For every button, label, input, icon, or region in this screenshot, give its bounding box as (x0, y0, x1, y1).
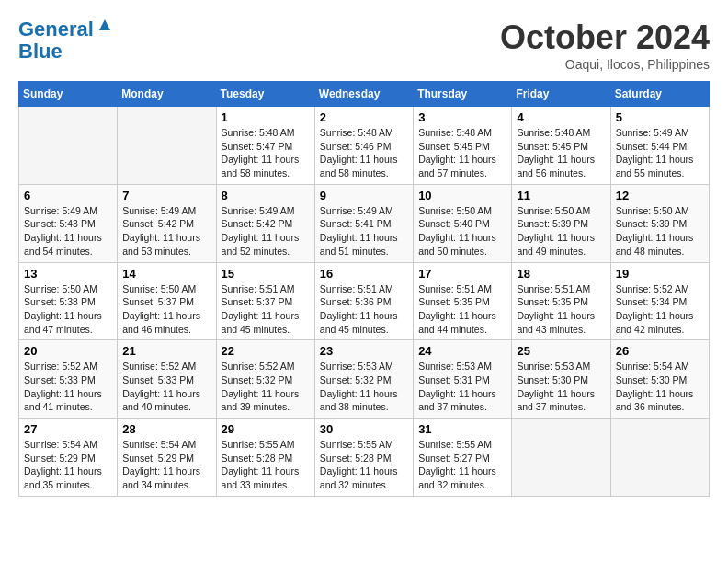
calendar-cell: 6Sunrise: 5:49 AM Sunset: 5:43 PM Daylig… (19, 184, 118, 262)
calendar-cell: 16Sunrise: 5:51 AM Sunset: 5:36 PM Dayli… (314, 262, 413, 340)
day-info: Sunrise: 5:55 AM Sunset: 5:28 PM Dayligh… (222, 438, 310, 492)
day-number: 4 (517, 110, 605, 124)
day-info: Sunrise: 5:54 AM Sunset: 5:30 PM Dayligh… (616, 360, 704, 414)
logo: General Blue (18, 18, 112, 63)
day-number: 1 (222, 110, 310, 124)
day-number: 22 (222, 344, 310, 358)
day-number: 29 (222, 422, 310, 436)
day-info: Sunrise: 5:53 AM Sunset: 5:32 PM Dayligh… (320, 360, 408, 414)
day-number: 10 (418, 189, 506, 202)
day-info: Sunrise: 5:50 AM Sunset: 5:38 PM Dayligh… (24, 282, 112, 337)
calendar-cell: 2Sunrise: 5:48 AM Sunset: 5:46 PM Daylig… (314, 107, 413, 185)
calendar-cell: 29Sunrise: 5:55 AM Sunset: 5:28 PM Dayli… (216, 419, 314, 497)
calendar-week-row: 13Sunrise: 5:50 AM Sunset: 5:38 PM Dayli… (19, 262, 710, 340)
day-number: 7 (122, 189, 210, 202)
calendar-cell (118, 107, 216, 185)
day-number: 12 (616, 189, 704, 202)
logo-text-blue: Blue (18, 40, 63, 63)
day-info: Sunrise: 5:48 AM Sunset: 5:45 PM Dayligh… (517, 126, 605, 180)
calendar-cell: 31Sunrise: 5:55 AM Sunset: 5:27 PM Dayli… (414, 419, 512, 497)
day-info: Sunrise: 5:54 AM Sunset: 5:29 PM Dayligh… (24, 438, 112, 492)
calendar-cell (19, 107, 118, 185)
calendar-cell: 25Sunrise: 5:53 AM Sunset: 5:30 PM Dayli… (512, 340, 610, 419)
day-info: Sunrise: 5:48 AM Sunset: 5:47 PM Dayligh… (222, 126, 310, 180)
calendar-cell: 9Sunrise: 5:49 AM Sunset: 5:41 PM Daylig… (314, 184, 413, 262)
day-number: 18 (517, 267, 605, 281)
calendar-cell: 1Sunrise: 5:48 AM Sunset: 5:47 PM Daylig… (216, 107, 314, 185)
day-info: Sunrise: 5:52 AM Sunset: 5:33 PM Dayligh… (24, 360, 112, 414)
day-info: Sunrise: 5:49 AM Sunset: 5:42 PM Dayligh… (222, 204, 310, 259)
calendar-cell: 13Sunrise: 5:50 AM Sunset: 5:38 PM Dayli… (19, 262, 118, 340)
day-info: Sunrise: 5:51 AM Sunset: 5:36 PM Dayligh… (320, 282, 408, 337)
day-number: 16 (320, 267, 408, 281)
calendar-week-row: 27Sunrise: 5:54 AM Sunset: 5:29 PM Dayli… (19, 419, 710, 497)
calendar-cell (512, 419, 610, 497)
calendar-cell: 15Sunrise: 5:51 AM Sunset: 5:37 PM Dayli… (216, 262, 314, 340)
day-info: Sunrise: 5:54 AM Sunset: 5:29 PM Dayligh… (122, 438, 210, 492)
calendar-week-row: 20Sunrise: 5:52 AM Sunset: 5:33 PM Dayli… (19, 340, 710, 419)
day-info: Sunrise: 5:50 AM Sunset: 5:39 PM Dayligh… (616, 204, 704, 259)
calendar-table: SundayMondayTuesdayWednesdayThursdayFrid… (18, 81, 710, 497)
weekday-header-monday: Monday (118, 82, 216, 107)
day-info: Sunrise: 5:50 AM Sunset: 5:40 PM Dayligh… (418, 204, 506, 259)
day-number: 6 (24, 189, 112, 202)
day-number: 14 (122, 267, 210, 281)
day-info: Sunrise: 5:48 AM Sunset: 5:46 PM Dayligh… (320, 126, 408, 180)
calendar-cell: 30Sunrise: 5:55 AM Sunset: 5:28 PM Dayli… (314, 419, 413, 497)
logo-bird-icon (96, 17, 112, 34)
day-info: Sunrise: 5:51 AM Sunset: 5:35 PM Dayligh… (418, 282, 506, 337)
day-info: Sunrise: 5:55 AM Sunset: 5:27 PM Dayligh… (418, 438, 506, 492)
day-info: Sunrise: 5:49 AM Sunset: 5:42 PM Dayligh… (122, 204, 210, 259)
calendar-cell: 7Sunrise: 5:49 AM Sunset: 5:42 PM Daylig… (118, 184, 216, 262)
calendar-cell: 19Sunrise: 5:52 AM Sunset: 5:34 PM Dayli… (610, 262, 709, 340)
calendar-cell: 17Sunrise: 5:51 AM Sunset: 5:35 PM Dayli… (414, 262, 512, 340)
calendar-cell: 26Sunrise: 5:54 AM Sunset: 5:30 PM Dayli… (610, 340, 709, 419)
calendar-cell: 12Sunrise: 5:50 AM Sunset: 5:39 PM Dayli… (610, 184, 709, 262)
day-number: 8 (222, 189, 310, 202)
weekday-header-wednesday: Wednesday (314, 82, 413, 107)
day-info: Sunrise: 5:52 AM Sunset: 5:34 PM Dayligh… (616, 282, 704, 337)
day-info: Sunrise: 5:52 AM Sunset: 5:32 PM Dayligh… (222, 360, 310, 414)
day-number: 30 (320, 422, 408, 436)
calendar-cell: 21Sunrise: 5:52 AM Sunset: 5:33 PM Dayli… (118, 340, 216, 419)
day-number: 28 (122, 422, 210, 436)
calendar-cell: 28Sunrise: 5:54 AM Sunset: 5:29 PM Dayli… (118, 419, 216, 497)
day-info: Sunrise: 5:52 AM Sunset: 5:33 PM Dayligh… (122, 360, 210, 414)
day-number: 19 (616, 267, 704, 281)
day-info: Sunrise: 5:53 AM Sunset: 5:30 PM Dayligh… (517, 360, 605, 414)
calendar-cell: 4Sunrise: 5:48 AM Sunset: 5:45 PM Daylig… (512, 107, 610, 185)
day-number: 21 (122, 344, 210, 358)
title-block: October 2024 Oaqui, Ilocos, Philippines (500, 18, 710, 72)
day-info: Sunrise: 5:48 AM Sunset: 5:45 PM Dayligh… (418, 126, 506, 180)
calendar-cell (610, 419, 709, 497)
day-number: 2 (320, 110, 408, 124)
day-info: Sunrise: 5:51 AM Sunset: 5:37 PM Dayligh… (222, 282, 310, 337)
day-info: Sunrise: 5:50 AM Sunset: 5:39 PM Dayligh… (517, 204, 605, 259)
day-number: 15 (222, 267, 310, 281)
calendar-cell: 10Sunrise: 5:50 AM Sunset: 5:40 PM Dayli… (414, 184, 512, 262)
day-number: 31 (418, 422, 506, 436)
calendar-week-row: 1Sunrise: 5:48 AM Sunset: 5:47 PM Daylig… (19, 107, 710, 185)
day-number: 13 (24, 267, 112, 281)
day-number: 27 (24, 422, 112, 436)
day-info: Sunrise: 5:49 AM Sunset: 5:43 PM Dayligh… (24, 204, 112, 259)
day-number: 9 (320, 189, 408, 202)
day-number: 23 (320, 344, 408, 358)
day-number: 3 (418, 110, 506, 124)
weekday-header-friday: Friday (512, 82, 610, 107)
day-info: Sunrise: 5:49 AM Sunset: 5:41 PM Dayligh… (320, 204, 408, 259)
calendar-cell: 18Sunrise: 5:51 AM Sunset: 5:35 PM Dayli… (512, 262, 610, 340)
calendar-cell: 11Sunrise: 5:50 AM Sunset: 5:39 PM Dayli… (512, 184, 610, 262)
logo-text-general: General (18, 18, 94, 40)
day-number: 11 (517, 189, 605, 202)
day-number: 17 (418, 267, 506, 281)
calendar-cell: 27Sunrise: 5:54 AM Sunset: 5:29 PM Dayli… (19, 419, 118, 497)
calendar-header-row: SundayMondayTuesdayWednesdayThursdayFrid… (19, 82, 710, 107)
page-header: General Blue October 2024 Oaqui, Ilocos,… (18, 18, 710, 72)
month-title: October 2024 (500, 18, 710, 57)
calendar-cell: 5Sunrise: 5:49 AM Sunset: 5:44 PM Daylig… (610, 107, 709, 185)
day-info: Sunrise: 5:49 AM Sunset: 5:44 PM Dayligh… (616, 126, 704, 180)
day-number: 26 (616, 344, 704, 358)
day-info: Sunrise: 5:55 AM Sunset: 5:28 PM Dayligh… (320, 438, 408, 492)
day-number: 20 (24, 344, 112, 358)
